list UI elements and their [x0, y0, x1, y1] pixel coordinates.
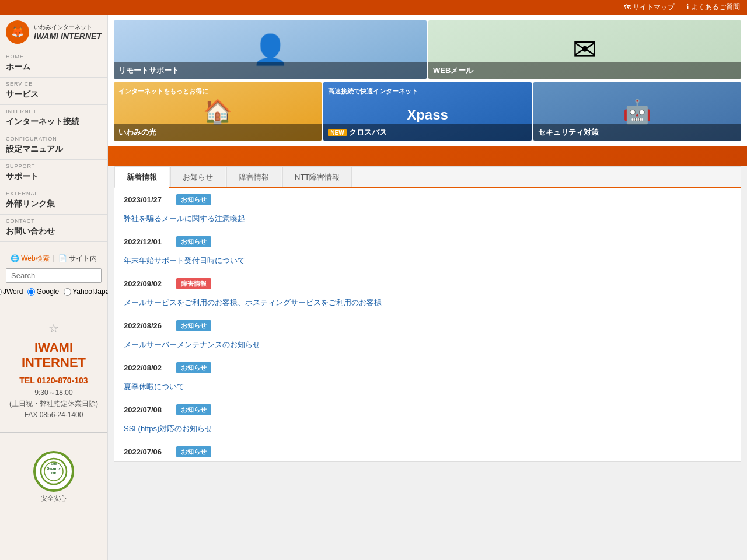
radio-yahoo[interactable]: Yahoo!Japan: [64, 288, 113, 296]
company-hours: 9:30～18:00 (土日祝・弊社指定休業日除) FAX 0856-24-14…: [6, 387, 102, 421]
hikari-label: いわみの光: [114, 124, 322, 141]
hikari-card[interactable]: 🏠 インターネットをもっとお得に いわみの光: [114, 82, 322, 141]
main-content: 👤 リモートサポート ✉ WEBメール 🏠 インターネットをも: [108, 15, 747, 560]
news-title[interactable]: メールサービスをご利用のお客様、ホスティングサービスをご利用のお客様: [124, 298, 731, 308]
nav-home: HOME ホーム: [0, 50, 107, 78]
nav-category-external: EXTERNAL: [0, 187, 107, 197]
sidebar-item-support[interactable]: サポート: [0, 169, 107, 187]
company-name: IWAMI INTERNET: [6, 340, 102, 371]
news-date: 2022/08/02: [124, 363, 170, 372]
news-badge: お知らせ: [176, 320, 211, 331]
tab-new[interactable]: 新着情報: [114, 167, 169, 188]
company-info: ☆ IWAMI INTERNET TEL 0120-870-103 9:30～1…: [0, 310, 107, 433]
nav-internet: INTERNET インターネット接続: [0, 105, 107, 132]
security-label: セキュリティ対策: [533, 124, 741, 141]
svg-text:Security: Security: [47, 467, 61, 470]
nav-external: EXTERNAL 外部リンク集: [0, 187, 107, 215]
news-date: 2022/12/01: [124, 237, 170, 246]
nav-service: SERVICE サービス: [0, 78, 107, 105]
logo-big-text: IWAMI INTERNET: [34, 32, 102, 41]
search-input[interactable]: [6, 269, 102, 282]
faq-link[interactable]: ℹ よくあるご質問: [686, 3, 740, 11]
news-date: 2022/08/26: [124, 321, 170, 330]
top-cards: 👤 リモートサポート ✉ WEBメール: [108, 15, 747, 80]
company-tel: TEL 0120-870-103: [6, 376, 102, 385]
news-title[interactable]: 年末年始サポート受付日時について: [124, 256, 731, 266]
radio-jword[interactable]: JWord: [0, 288, 23, 296]
news-item: 2022/08/02 お知らせ 夏季休暇について: [114, 356, 741, 398]
badge-label: 安全安心: [6, 494, 102, 503]
badge-svg: Safe Security ISP: [39, 457, 68, 486]
nav-category-home: HOME: [0, 50, 107, 60]
news-title[interactable]: SSL(https)対応のお知らせ: [124, 424, 731, 434]
separator: |: [53, 254, 55, 264]
news-item: 2022/09/02 障害情報 メールサービスをご利用のお客様、ホスティングサー…: [114, 272, 741, 314]
webmail-card[interactable]: ✉ WEBメール: [428, 20, 741, 79]
tab-ntt[interactable]: NTT障害情報: [282, 167, 352, 187]
xpass-label: NEWクロスパス: [323, 124, 531, 141]
tab-notice[interactable]: お知らせ: [170, 167, 225, 187]
sidebar-item-contact[interactable]: お問い合わせ: [0, 224, 107, 242]
search-radios: JWord Google Yahoo!Japan: [6, 288, 102, 296]
logo-icon: 🦊: [6, 20, 29, 44]
svg-text:ISP: ISP: [51, 471, 57, 475]
news-title[interactable]: 夏季休暇について: [124, 382, 731, 392]
sidebar: 🦊 いわみインターネット IWAMI INTERNET HOME ホーム SER…: [0, 15, 108, 560]
news-item: 2022/07/06 お知らせ: [114, 440, 741, 461]
hero-area: 👤 リモートサポート ✉ WEBメール 🏠 インターネットをも: [108, 15, 747, 166]
web-search-toggle[interactable]: 🌐 Web検索: [11, 254, 50, 264]
webmail-label: WEBメール: [428, 62, 741, 79]
news-badge: お知らせ: [176, 236, 211, 247]
news-date: 2022/07/08: [124, 405, 170, 414]
sidebar-item-internet[interactable]: インターネット接続: [0, 114, 107, 132]
news-badge: お知らせ: [176, 194, 211, 205]
news-item: 2022/12/01 お知らせ 年末年始サポート受付日時について: [114, 230, 741, 272]
search-bar: 🔍: [6, 268, 102, 283]
sitemap-link[interactable]: 🗺 サイトマップ: [624, 3, 675, 11]
nav-category-config: CONFIGURATION: [0, 132, 107, 142]
news-badge: お知らせ: [176, 362, 211, 373]
search-area: 🌐 Web検索 | 📄 サイト内 🔍 JWord Google Yahoo!Ja…: [0, 242, 107, 302]
news-badge: お知らせ: [176, 404, 211, 415]
logo-small-text: いわみインターネット: [34, 23, 102, 32]
security-card[interactable]: 🤖 セキュリティ対策: [533, 82, 741, 141]
sidebar-item-config[interactable]: 設定マニュアル: [0, 142, 107, 159]
sidebar-item-service[interactable]: サービス: [0, 87, 107, 104]
remote-support-card[interactable]: 👤 リモートサポート: [114, 20, 427, 79]
star-icon: ☆: [6, 321, 102, 335]
nav-category-contact: CONTACT: [0, 215, 107, 224]
radio-google[interactable]: Google: [27, 288, 59, 296]
news-date: 2023/01/27: [124, 195, 170, 204]
site-search-toggle[interactable]: 📄 サイト内: [58, 254, 97, 264]
news-item: 2022/08/26 お知らせ メールサーバーメンテナンスのお知らせ: [114, 314, 741, 356]
xpass-sublabel: 高速接続で快適インターネット: [328, 87, 531, 96]
svg-text:Safe: Safe: [51, 462, 57, 466]
nav-contact: CONTACT お問い合わせ: [0, 215, 107, 242]
nav-support: SUPPORT サポート: [0, 160, 107, 187]
xpass-card[interactable]: Xpass 高速接続で快適インターネット NEWクロスパス: [323, 82, 531, 141]
hikari-sublabel: インターネットをもっとお得に: [118, 87, 322, 96]
news-list: 2023/01/27 お知らせ 弊社を騙るメールに関する注意喚起 2022/12…: [114, 188, 741, 461]
news-badge: お知らせ: [176, 446, 211, 457]
sidebar-item-external[interactable]: 外部リンク集: [0, 197, 107, 214]
remote-support-label: リモートサポート: [114, 62, 427, 79]
badge-circle: Safe Security ISP: [33, 451, 74, 492]
bottom-cards: 🏠 インターネットをもっとお得に いわみの光 Xpass 高速接続で快適インター…: [108, 80, 747, 146]
sidebar-item-home[interactable]: ホーム: [0, 60, 107, 77]
nav-category-internet: INTERNET: [0, 105, 107, 114]
news-item: 2022/07/08 お知らせ SSL(https)対応のお知らせ: [114, 398, 741, 440]
tab-failure[interactable]: 障害情報: [226, 167, 281, 187]
news-item: 2023/01/27 お知らせ 弊社を騙るメールに関する注意喚起: [114, 188, 741, 230]
logo-area: 🦊 いわみインターネット IWAMI INTERNET: [0, 15, 107, 50]
nav-category-support: SUPPORT: [0, 160, 107, 169]
nav-config: CONFIGURATION 設定マニュアル: [0, 132, 107, 160]
news-title[interactable]: メールサーバーメンテナンスのお知らせ: [124, 340, 731, 350]
nav-category-service: SERVICE: [0, 78, 107, 87]
news-tabs: 新着情報 お知らせ 障害情報 NTT障害情報: [114, 167, 741, 188]
badge-area: Safe Security ISP 安全安心: [0, 439, 107, 514]
search-toggle: 🌐 Web検索 | 📄 サイト内: [6, 254, 102, 264]
news-title[interactable]: 弊社を騙るメールに関する注意喚起: [124, 214, 731, 224]
safe-security-badge: Safe Security ISP: [33, 451, 74, 492]
news-date: 2022/07/06: [124, 447, 170, 456]
news-date: 2022/09/02: [124, 279, 170, 288]
